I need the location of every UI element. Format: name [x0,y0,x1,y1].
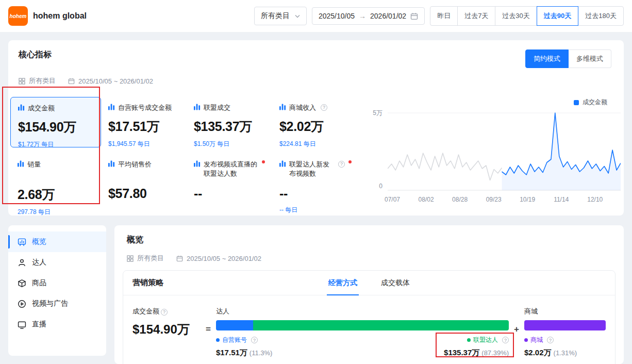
brand-name: hohem global [33,11,87,21]
mall-group-label: 商城 [524,307,606,316]
legend-swatch [574,100,579,105]
bar-chart-icon [194,104,201,110]
legend-name: 商城 [530,336,543,344]
core-filter-category-text: 所有类目 [29,76,56,86]
metric-label: 销量 [27,160,41,169]
metric-card-gmv[interactable]: 成交金额 $154.90万 $1.72万 每日 [10,97,101,147]
range-button-90d[interactable]: 过去90天 [537,6,578,26]
metric-card-affiliate-gmv[interactable]: 联盟成交 $135.37万 $1.50万 每日 [187,97,272,153]
simple-mode-button[interactable]: 简约模式 [525,49,569,68]
metric-label: 自营账号成交金额 [118,103,172,112]
metric-card-affiliate-creators[interactable]: 发布视频或直播的联盟达人数 -- [187,154,272,209]
help-icon[interactable]: ? [338,161,345,168]
date-range-picker[interactable]: 2025/10/05 → 2026/01/02 [312,7,425,25]
help-icon[interactable]: ? [502,337,509,343]
marketing-strategy-box: 营销策略 经营方式 成交载体 成交金额 ? $154.90万 = 达人 [123,270,616,364]
metric-card-sales-volume[interactable]: 销量 2.68万 297.78 每日 [10,154,101,209]
sidebar-item-label: 达人 [32,258,46,267]
help-icon[interactable]: ? [321,104,327,111]
mall-breakdown: 商城 商城 ? $2.02万(1.31%) [524,307,606,358]
person-icon [18,258,26,267]
help-icon[interactable]: ? [547,337,554,343]
range-button-180d[interactable]: 过去180天 [578,6,624,26]
help-icon[interactable]: ? [161,309,168,316]
multi-mode-button[interactable]: 多维模式 [569,49,611,68]
tab-business-mode[interactable]: 经营方式 [328,271,357,295]
core-filter-date-text: 2025/10/05 ~ 2026/01/02 [78,77,153,85]
box-icon [18,279,26,288]
range-button-yesterday[interactable]: 昨日 [430,6,458,26]
core-filters: 所有类目 2025/10/05 ~ 2026/01/02 [19,76,611,86]
talent-group-label: 达人 [216,307,509,316]
red-dot-badge [348,160,352,163]
x-axis-tick: 09/23 [486,196,502,203]
equals-sign: = [206,324,211,335]
bar-chart-icon [279,104,286,110]
sidebar-item-live[interactable]: 直播 [8,314,106,335]
category-select[interactable]: 所有类目 [254,7,307,25]
metric-value: $154.90万 [18,119,93,136]
legend-value: $17.51万 [216,348,247,357]
range-button-30d[interactable]: 过去30天 [495,6,537,26]
metric-daily-value: 297.78 每日 [18,208,94,217]
legend-affiliate: 联盟达人 ? $135.37万(87.39%) [444,336,509,358]
chart-legend: 成交金额 [574,98,607,107]
metric-label: 联盟达人新发布视频数 [289,160,334,178]
metric-value: 2.68万 [18,186,94,203]
sidebar-item-overview[interactable]: 概览 [8,231,106,252]
red-dot-badge [262,160,265,163]
header-controls: 所有类目 2025/10/05 → 2026/01/02 昨日 过去7天 过去3… [254,6,624,26]
date-start: 2025/10/05 [319,12,355,20]
talent-stacked-bar [216,320,509,330]
metric-daily-value: $1.72万 每日 [18,140,93,149]
legend-value: $2.02万 [524,348,552,357]
category-select-value: 所有类目 [261,11,290,21]
mode-toggle: 简约模式 多维模式 [525,49,611,68]
legend-pct: (11.3%) [250,349,273,357]
metric-daily-value [108,206,179,213]
tab-transaction-carrier[interactable]: 成交载体 [381,271,410,295]
grid-icon [19,78,25,85]
legend-label: 成交金额 [583,98,607,107]
metric-daily-value: $1,945.57 每日 [108,140,179,148]
strategy-total-label: 成交金额 [132,307,159,316]
metric-value: -- [279,186,352,201]
mall-bar [524,320,606,330]
x-axis-ticks: 07/0708/0208/2809/2310/1911/1412/10 [388,196,621,204]
metric-label: 联盟成交 [204,103,230,112]
metric-label: 商城收入 [289,103,316,112]
overview-panel: 概览 所有类目 2025/10/05 ~ 2026/01/02 营销策略 经营方… [114,225,624,364]
sidebar-item-creators[interactable]: 达人 [8,252,106,273]
trend-chart: 成交金额 5万 0 07/0708/0208/2809/2310/1911/14… [366,97,611,208]
range-button-7d[interactable]: 过去7天 [457,6,495,26]
legend-name: 联盟达人 [473,336,498,344]
metric-card-mall-revenue[interactable]: 商城收入? $2.02万 $224.81 每日 [272,97,359,153]
metric-value: -- [194,186,265,201]
metric-daily-value: $224.81 每日 [279,140,352,148]
strategy-content: 成交金额 ? $154.90万 = 达人 [123,295,615,364]
metric-value: $2.02万 [279,118,352,135]
date-range-presets: 昨日 过去7天 过去30天 过去90天 过去180天 [430,6,624,26]
x-axis-tick: 11/14 [554,196,569,203]
metric-daily-value: -- 每日 [279,206,352,214]
calendar-icon [176,255,183,262]
bar-segment-affiliate [253,320,509,330]
metric-daily-value [194,206,265,213]
metric-card-new-videos[interactable]: 联盟达人新发布视频数? -- -- 每日 [272,154,359,209]
overview-title: 概览 [127,235,616,245]
strategy-title: 营销策略 [132,278,163,288]
x-axis-tick: 12/10 [587,196,603,203]
sidebar-item-products[interactable]: 商品 [8,273,106,293]
metric-label: 平均销售价 [118,160,152,169]
metrics-grid: 成交金额 $154.90万 $1.72万 每日 自营账号成交金额 $17.51万… [10,97,361,209]
metric-card-own-account-gmv[interactable]: 自营账号成交金额 $17.51万 $1,945.57 每日 [101,97,187,153]
sidebar-item-videos-ads[interactable]: 视频与广告 [8,293,106,314]
help-icon[interactable]: ? [251,337,258,343]
grid-icon [127,255,134,262]
top-bar: hohem hohem global 所有类目 2025/10/05 → 202… [0,0,632,32]
sidebar-item-label: 概览 [32,237,46,246]
metric-card-avg-price[interactable]: 平均销售价 $57.80 [101,154,187,209]
bar-chart-icon [194,160,201,167]
overview-filter-category: 所有类目 [127,254,164,263]
strategy-total: 成交金额 ? $154.90万 [132,307,201,338]
